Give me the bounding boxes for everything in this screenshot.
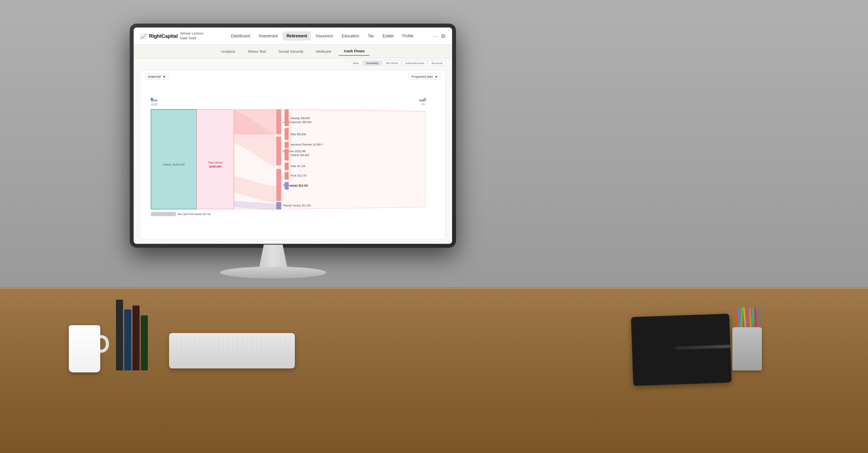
book-4 [141, 315, 148, 370]
subtab-stress-test[interactable]: Stress Test [242, 47, 272, 55]
end-pin-icon [424, 98, 426, 100]
age-start-label: 35/36 [151, 103, 157, 106]
monitor-screen: 📈 RightCapital Winnie Lennon Nate Todd D… [134, 28, 452, 244]
subtab-cash-flows[interactable]: Cash Flows [338, 47, 370, 56]
keyboard [169, 333, 295, 368]
nav-tax[interactable]: Tax [364, 31, 378, 41]
app-header: 📈 RightCapital Winnie Lennon Nate Todd D… [134, 28, 452, 45]
content-area: Main Summary Net Worth Individual Asset … [134, 58, 452, 244]
settings-icon[interactable]: ⚙ [441, 33, 446, 39]
view-individual-asset[interactable]: Individual Asset [402, 61, 428, 66]
view-main[interactable]: Main [350, 61, 362, 66]
start-pin-icon [151, 98, 153, 100]
logo-text: RightCapital [149, 33, 178, 39]
income-bar [151, 109, 197, 209]
sankey-svg: 2023 35/36 2063 95/- Salary: $185,000 [143, 85, 442, 234]
nav-profile[interactable]: Profile [399, 31, 417, 41]
subtab-analysis[interactable]: Analysis [216, 47, 241, 55]
age-end-label: 95/- [421, 103, 426, 106]
user-info: Winnie Lennon Nate Todd [180, 31, 204, 41]
net-cashflow-bar [151, 212, 176, 216]
more-icon[interactable]: ··· [433, 33, 438, 39]
view-net-worth[interactable]: Net Worth [383, 61, 401, 66]
chart-header: Waterfall ▼ Proposed plan ▼ [140, 70, 445, 83]
view-accounts[interactable]: Accounts [428, 61, 446, 66]
logo-area: 📈 RightCapital Winnie Lennon Nate Todd [140, 31, 204, 41]
sankey-chart: 2023 35/36 2063 95/- Salary: $185,000 [140, 83, 445, 236]
monitor: 📈 RightCapital Winnie Lennon Nate Todd D… [130, 24, 456, 248]
nav-dashboard[interactable]: Dashboard [227, 31, 254, 41]
total-inflows-label: Total Inflows [208, 161, 223, 164]
sub-tabs: Analysis Stress Test Social Security Med… [134, 45, 452, 58]
pencil-cup [732, 327, 762, 370]
view-tabs: Main Summary Net Worth Individual Asset … [350, 61, 446, 66]
drawing-tablet [631, 314, 732, 386]
book-2 [124, 309, 131, 370]
book-1 [116, 300, 123, 370]
plan-dropdown-arrow-icon: ▼ [435, 75, 438, 79]
net-cashflow-label: Net Cash Flow Saved: $4,718 [178, 213, 211, 216]
nav-retirement[interactable]: Retirement [283, 31, 311, 41]
range-area [234, 109, 426, 209]
nav-investment[interactable]: Investment [255, 31, 282, 41]
nav-estate[interactable]: Estate [379, 31, 397, 41]
plan-dropdown[interactable]: Proposed plan ▼ [409, 74, 441, 80]
monitor-stand-base [220, 267, 326, 278]
logo-icon: 📈 [140, 33, 147, 39]
chart-container: Waterfall ▼ Proposed plan ▼ 2023 35/36 [140, 70, 446, 240]
subtab-medicare[interactable]: Medicare [311, 47, 337, 55]
subtab-social-security[interactable]: Social Security [273, 47, 309, 55]
chart-type-dropdown[interactable]: Waterfall ▼ [145, 74, 169, 80]
total-inflows-value: $185,000 [209, 165, 221, 168]
dropdown-arrow-icon: ▼ [162, 75, 166, 79]
main-nav: Dashboard Investment Retirement Insuranc… [211, 31, 433, 41]
coffee-mug [69, 325, 100, 372]
book-3 [132, 306, 140, 370]
salary-label: Salary: $185,000 [163, 163, 185, 166]
view-summary[interactable]: Summary [363, 61, 382, 66]
nav-insurance[interactable]: Insurance [312, 31, 337, 41]
nav-education[interactable]: Education [338, 31, 363, 41]
books-stack [116, 292, 151, 370]
total-inflows-bar [197, 109, 234, 209]
nav-icons: ··· ⚙ [433, 33, 446, 39]
